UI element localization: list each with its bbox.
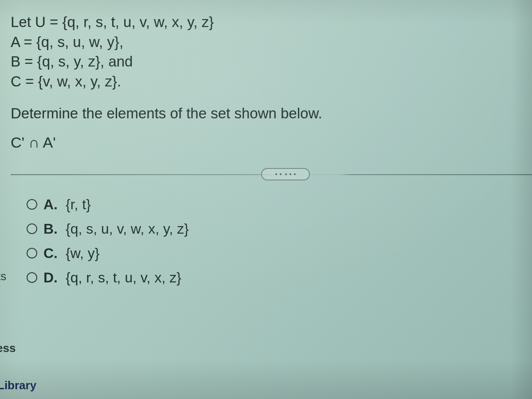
radio-icon[interactable] (27, 199, 37, 210)
option-a[interactable]: A. {r, t} (27, 196, 532, 213)
radio-icon[interactable] (27, 223, 37, 234)
set-b-line: B = {q, s, y, z}, and (11, 52, 532, 72)
side-label-ts: ts (0, 270, 6, 283)
option-letter: D. (43, 270, 58, 286)
instruction-text: Determine the elements of the set shown … (11, 104, 532, 124)
set-c-line: C = {v, w, x, y, z}. (11, 72, 532, 92)
side-label-library[interactable]: Library (0, 379, 36, 392)
option-text: {q, r, s, t, u, v, x, z} (66, 270, 181, 286)
option-letter: B. (43, 221, 58, 237)
option-c[interactable]: C. {w, y} (27, 245, 532, 262)
option-text: {r, t} (66, 196, 91, 213)
set-a-line: A = {q, s, u, w, y}, (11, 32, 532, 52)
radio-icon[interactable] (27, 248, 37, 258)
dot-icon (289, 173, 291, 175)
drag-handle-pill[interactable] (261, 168, 310, 180)
dot-icon (285, 173, 287, 175)
radio-icon[interactable] (27, 272, 37, 283)
option-letter: A. (43, 196, 58, 213)
dot-icon (280, 173, 282, 175)
option-b[interactable]: B. {q, s, u, v, w, x, y, z} (27, 221, 532, 237)
option-text: {q, s, u, v, w, x, y, z} (66, 221, 189, 237)
divider-row (11, 168, 532, 181)
dot-icon (275, 173, 277, 175)
question-panel: Let U = {q, r, s, t, u, v, w, x, y, z} A… (0, 0, 532, 286)
expression-text: C' ∩ A' (11, 133, 532, 153)
answer-options: A. {r, t} B. {q, s, u, v, w, x, y, z} C.… (11, 191, 532, 286)
option-letter: C. (43, 245, 58, 262)
problem-statement: Let U = {q, r, s, t, u, v, w, x, y, z} A… (11, 12, 532, 153)
set-u-line: Let U = {q, r, s, t, u, v, w, x, y, z} (11, 12, 532, 32)
option-d[interactable]: D. {q, r, s, t, u, v, x, z} (27, 270, 532, 286)
dot-icon (294, 173, 296, 175)
option-text: {w, y} (66, 245, 100, 262)
side-label-ess: ess (0, 341, 16, 355)
